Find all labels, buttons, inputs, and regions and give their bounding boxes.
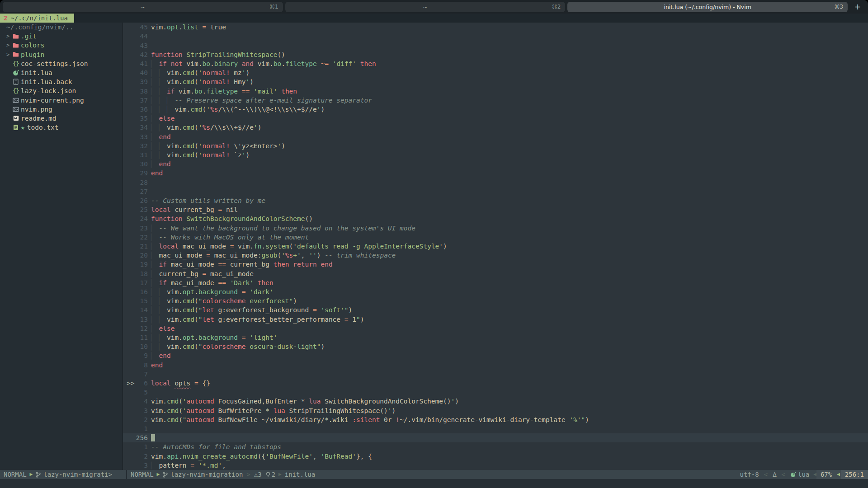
editor-line[interactable]: 19▏ if mac_ui_mode == current_bg then re…: [123, 260, 868, 269]
editor-line[interactable]: 34▏ ▏ vim.cmd('%s/\\s\\+$//e'): [123, 123, 868, 132]
command-line[interactable]: :NvimTreeToggle: [0, 479, 868, 488]
tree-item-init.lua.back[interactable]: init.lua.back: [0, 77, 123, 86]
tree-item-nvim-current.png[interactable]: nvim-current.png: [0, 96, 123, 105]
editor-line[interactable]: 3▏ pattern = '*.md',: [123, 461, 868, 470]
editor-line[interactable]: 10▏ ▏ vim.cmd("colorscheme oscura-dusk-l…: [123, 342, 868, 351]
tree-item-init.lua[interactable]: init.lua: [0, 68, 123, 77]
tree-item-lazy-lock.json[interactable]: {}lazy-lock.json: [0, 86, 123, 95]
terminal-tab-1[interactable]: ~⌘1: [3, 2, 283, 12]
editor-line[interactable]: 17▏ if mac_ui_mode == 'Dark' then: [123, 278, 868, 287]
editor-line[interactable]: 27: [123, 187, 868, 196]
editor-line[interactable]: 39▏ ▏ vim.cmd('normal! Hmy'): [123, 77, 868, 86]
terminal-tab-3[interactable]: init.lua (~/.config/nvim) - Nvim⌘3: [567, 2, 848, 12]
editor-buffer: 45vim.opt.list = true444342function Stri…: [123, 23, 868, 470]
line-number: 256: [136, 434, 148, 441]
editor-cursor-line[interactable]: 256: [123, 433, 868, 442]
tree-item-label: init.lua.back: [21, 77, 72, 86]
tree-item-.git[interactable]: >.git: [0, 32, 123, 41]
editor-line[interactable]: 8end: [123, 361, 868, 370]
doc-icon: [12, 79, 19, 85]
editor-line[interactable]: 16▏ ▏ vim.opt.background = 'dark': [123, 287, 868, 296]
editor-line[interactable]: 32▏ ▏ vim.cmd('normal! \'yz<Enter>'): [123, 141, 868, 150]
editor-line[interactable]: 13▏ ▏ vim.cmd("let g:everforest_better_p…: [123, 315, 868, 324]
editor-line[interactable]: 42function StripTrailingWhitespace(): [123, 50, 868, 59]
editor-line[interactable]: 12▏ else: [123, 324, 868, 333]
scroll-percent: 67%: [816, 470, 836, 479]
editor-line[interactable]: 25local current_bg = nil: [123, 205, 868, 214]
statusline-tree: NORMAL ▶ lazy-nvim-migrati>: [0, 470, 126, 479]
code-text: ▏ pattern = '*.md',: [151, 462, 226, 469]
editor-line[interactable]: 4vim.cmd('autocmd FocusGained,BufEnter *…: [123, 397, 868, 406]
new-tab-button[interactable]: +: [850, 2, 865, 12]
editor-line[interactable]: 18▏ current_bg = mac_ui_mode: [123, 269, 868, 278]
editor-line[interactable]: 44: [123, 32, 868, 41]
nvim-tab[interactable]: 2 ~/.c/n/init.lua: [0, 14, 74, 23]
folder-icon: [12, 42, 19, 48]
editor-line[interactable]: 40▏ ▏ vim.cmd('normal! mz'): [123, 68, 868, 77]
line-number: 18: [136, 270, 148, 277]
tree-item-plugin[interactable]: >plugin: [0, 50, 123, 59]
code-text: ▏ end: [151, 352, 171, 359]
tree-item-nvim.png[interactable]: nvim.png: [0, 105, 123, 114]
editor-line[interactable]: 33▏ end: [123, 132, 868, 141]
line-number: 10: [136, 343, 148, 350]
tree-git-branch: lazy-nvim-migrati>: [43, 470, 112, 479]
editor-line[interactable]: 36▏ ▏ ▏ vim.cmd('%s/\\(^--\\)\\@<!\\s\\+…: [123, 105, 868, 114]
editor-line[interactable]: 2vim.cmd("autocmd BufNewFile ~/vimwiki/d…: [123, 415, 868, 424]
tree-item-coc-settings.json[interactable]: {}coc-settings.json: [0, 59, 123, 68]
editor-line[interactable]: 1: [123, 424, 868, 433]
line-number: 9: [136, 352, 148, 359]
code-text: ▏ current_bg = mac_ui_mode: [151, 270, 254, 277]
editor-line[interactable]: 14▏ ▏ vim.cmd("let g:everforest_backgrou…: [123, 305, 868, 314]
tree-root-path[interactable]: ~/.config/nvim/..: [0, 23, 123, 32]
tree-item-label: nvim.png: [21, 105, 52, 114]
code-text: ▏ if not vim.bo.binary and vim.bo.filety…: [151, 60, 376, 67]
terminal-tab-title: init.lua (~/.config/nvim) - Nvim: [664, 4, 751, 10]
tree-item-label: .git: [21, 32, 37, 41]
editor-line[interactable]: >>6local opts = {}: [123, 379, 868, 388]
tree-item-readme.md[interactable]: readme.md: [0, 114, 123, 123]
editor-line[interactable]: 2vim.api.nvim_create_autocmd({'BufNewFil…: [123, 452, 868, 461]
editor-line[interactable]: 21▏ local mac_ui_mode = vim.fn.system('d…: [123, 242, 868, 251]
tree-item-label: coc-settings.json: [21, 59, 88, 68]
editor-line[interactable]: 24function SwitchBackgroundAndColorSchem…: [123, 214, 868, 223]
editor-line[interactable]: 41▏ if not vim.bo.binary and vim.bo.file…: [123, 59, 868, 68]
editor-line[interactable]: 45vim.opt.list = true: [123, 23, 868, 32]
tree-item-todo.txt[interactable]: ★todo.txt: [0, 123, 123, 132]
editor-line[interactable]: 29end: [123, 169, 868, 178]
terminal-tab-bar: ~⌘1~⌘2init.lua (~/.config/nvim) - Nvim⌘3…: [0, 0, 868, 14]
editor-line[interactable]: 1-- AutoCMDs for file and tabstops: [123, 442, 868, 451]
editor-line[interactable]: 43: [123, 41, 868, 50]
editor-line[interactable]: 3vim.cmd('autocmd BufWritePre * lua Stri…: [123, 406, 868, 415]
tree-item-colors[interactable]: >colors: [0, 41, 123, 50]
editor-line[interactable]: 5: [123, 388, 868, 397]
separator-triangle-icon: ▶: [278, 470, 282, 479]
warning-icon: ⚠: [254, 470, 258, 479]
editor-line[interactable]: 28: [123, 178, 868, 187]
editor-line[interactable]: 23▏ -- We want the background to change …: [123, 223, 868, 232]
statusline-right: utf-8 < ∆ < lua ◀ 67% ◀ 256:1: [736, 470, 868, 479]
tree-item-label: readme.md: [21, 114, 57, 123]
line-number: 20: [136, 252, 148, 259]
editor-line[interactable]: 22▏ -- Works with MacOS only at the mome…: [123, 233, 868, 242]
editor-line[interactable]: 20▏ mac_ui_mode = mac_ui_mode:gsub('%s+'…: [123, 251, 868, 260]
editor-line[interactable]: 9▏ end: [123, 351, 868, 360]
editor-line[interactable]: 26-- Custom utils written by me: [123, 196, 868, 205]
folder-icon: [12, 33, 19, 39]
code-text: -- AutoCMDs for file and tabstops: [151, 443, 281, 450]
editor-line[interactable]: 35▏ else: [123, 114, 868, 123]
editor-line[interactable]: 11▏ ▏ vim.opt.background = 'light': [123, 333, 868, 342]
line-number: 8: [136, 361, 148, 369]
editor-line[interactable]: 37▏ ▏ ▏ -- Preserve space after e-mail s…: [123, 96, 868, 105]
editor-line[interactable]: 30▏ end: [123, 160, 868, 169]
line-number: 2: [136, 453, 148, 460]
editor-line[interactable]: 7: [123, 370, 868, 379]
code-text: function StripTrailingWhitespace(): [151, 51, 285, 58]
line-number: 31: [136, 151, 148, 159]
editor-line[interactable]: 15▏ ▏ vim.cmd("colorscheme everforest"): [123, 296, 868, 305]
editor-line[interactable]: 31▏ ▏ vim.cmd('normal! `z'): [123, 150, 868, 160]
line-number: 39: [136, 78, 148, 85]
tab-number: 2: [4, 14, 7, 22]
terminal-tab-2[interactable]: ~⌘2: [285, 2, 566, 12]
editor-line[interactable]: 38▏ ▏ if vim.bo.filetype == 'mail' then: [123, 86, 868, 95]
